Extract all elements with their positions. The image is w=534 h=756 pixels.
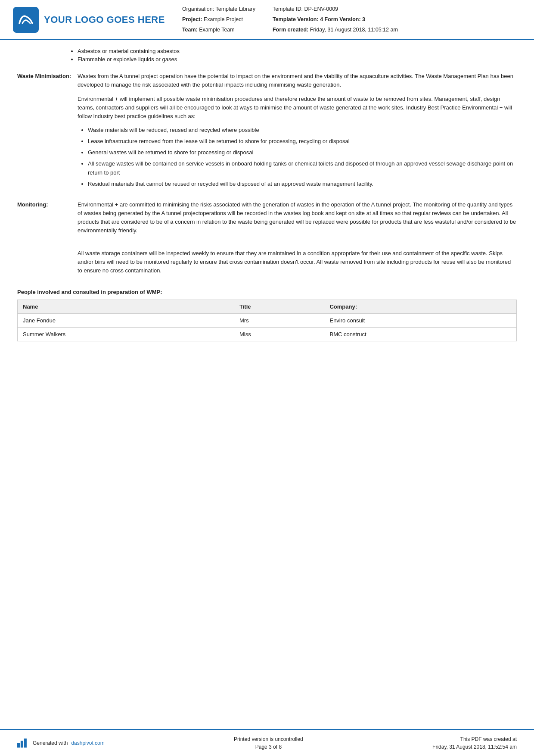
people-row-2: Summer Walkers Miss BMC construct [18,327,517,341]
col-name: Name [18,300,234,313]
waste-minimisation-body: Wastes from the A tunnel project operati… [78,72,517,194]
intro-bullet-list: Asbestos or material containing asbestos… [69,48,517,62]
content: Asbestos or material containing asbestos… [0,40,534,756]
monitoring-para-2: All waste storage containers will be ins… [78,249,517,275]
dashpivot-icon [17,738,29,748]
people-table-body: Jane Fondue Mrs Enviro consult Summer Wa… [18,313,517,341]
people-section: People involved and consulted in prepara… [17,289,517,341]
template-version-value: 4 [320,16,323,22]
people-row-1-name: Jane Fondue [18,313,234,327]
footer-pdf-line1: This PDF was created at [432,735,517,743]
template-version-label: Template Version: [273,16,319,22]
intro-bullet-2: Flammable or explosive liquids or gases [78,56,517,62]
svg-rect-3 [24,739,27,748]
project-line: Project: Example Project [182,15,255,25]
page: YOUR LOGO GOES HERE Organisation: Templa… [0,0,534,756]
team-line: Team: Example Team [182,25,255,35]
template-id-label: Template ID: [273,6,303,12]
footer: Generated with dashpivot.com Printed ver… [0,729,534,756]
intro-bullets: Asbestos or material containing asbestos… [17,40,517,72]
header-meta: Organisation: Template Library Project: … [174,4,517,35]
waste-minimisation-label: Waste Minimisation: [17,72,78,194]
col-company: Company: [324,300,517,313]
generated-text: Generated with [33,740,68,746]
form-created-line: Form created: Friday, 31 August 2018, 11… [273,25,398,35]
form-created-label: Form created: [273,27,308,33]
intro-bullet-1: Asbestos or material containing asbestos [78,48,517,54]
waste-bullet-3: General wastes will be returned to shore… [88,148,517,157]
template-id-value: DP-ENV-0009 [304,6,338,12]
team-value: Example Team [199,27,234,33]
people-row-2-company: BMC construct [324,327,517,341]
monitoring-para-1: Environmental + are committed to minimis… [78,200,517,235]
org-value: Template Library [215,6,255,12]
footer-pdf-line2: Friday, 31 August 2018, 11:52:54 am [432,743,517,751]
header-meta-right: Template ID: DP-ENV-0009 Template Versio… [273,4,398,35]
col-title: Title [234,300,324,313]
logo-area: YOUR LOGO GOES HERE [13,4,165,35]
template-id-line: Template ID: DP-ENV-0009 [273,4,398,15]
people-row-2-name: Summer Walkers [18,327,234,341]
header-meta-left: Organisation: Template Library Project: … [182,4,255,35]
form-version-value: 3 [362,16,365,22]
org-label: Organisation: [182,6,214,12]
form-version-label: Form Version: [325,16,361,22]
waste-bullet-4: All sewage wastes will be contained on s… [88,159,517,177]
monitoring-label: Monitoring: [17,200,78,280]
logo-icon [13,7,39,33]
header: YOUR LOGO GOES HERE Organisation: Templa… [0,0,534,40]
waste-bullet-1: Waste materials will be reduced, reused … [88,126,517,134]
form-created-value: Friday, 31 August 2018, 11:05:12 am [310,27,398,33]
template-version-line: Template Version: 4 Form Version: 3 [273,15,398,25]
logo-text: YOUR LOGO GOES HERE [44,14,165,25]
people-row-1-company: Enviro consult [324,313,517,327]
waste-minimisation-para-1: Wastes from the A tunnel project operati… [78,72,517,89]
footer-uncontrolled: Printed version is uncontrolled [234,735,303,743]
monitoring-body: Environmental + are committed to minimis… [78,200,517,280]
people-table: Name Title Company: Jane Fondue Mrs Envi… [17,300,517,341]
waste-bullet-5: Residual materials that cannot be reused… [88,180,517,188]
footer-page: Page 3 of 8 [234,743,303,751]
svg-rect-1 [17,743,20,748]
footer-left: Generated with dashpivot.com [17,738,105,748]
project-value: Example Project [204,16,243,22]
project-label: Project: [182,16,202,22]
org-line: Organisation: Template Library [182,4,255,15]
people-row-1: Jane Fondue Mrs Enviro consult [18,313,517,327]
people-table-head: Name Title Company: [18,300,517,313]
people-heading: People involved and consulted in prepara… [17,289,517,295]
monitoring-section: Monitoring: Environmental + are committe… [17,200,517,280]
waste-minimisation-bullets: Waste materials will be reduced, reused … [78,126,517,188]
footer-center: Printed version is uncontrolled Page 3 o… [234,735,303,751]
people-row-2-title: Miss [234,327,324,341]
people-table-header-row: Name Title Company: [18,300,517,313]
waste-bullet-2: Lease infrastructure removed from the le… [88,137,517,146]
footer-right: This PDF was created at Friday, 31 Augus… [432,735,517,751]
waste-minimisation-section: Waste Minimisation: Wastes from the A tu… [17,72,517,194]
people-row-1-title: Mrs [234,313,324,327]
svg-rect-2 [21,741,23,748]
waste-minimisation-para-2: Environmental + will implement all possi… [78,95,517,121]
team-label: Team: [182,27,198,33]
dashpivot-link[interactable]: dashpivot.com [71,740,104,746]
